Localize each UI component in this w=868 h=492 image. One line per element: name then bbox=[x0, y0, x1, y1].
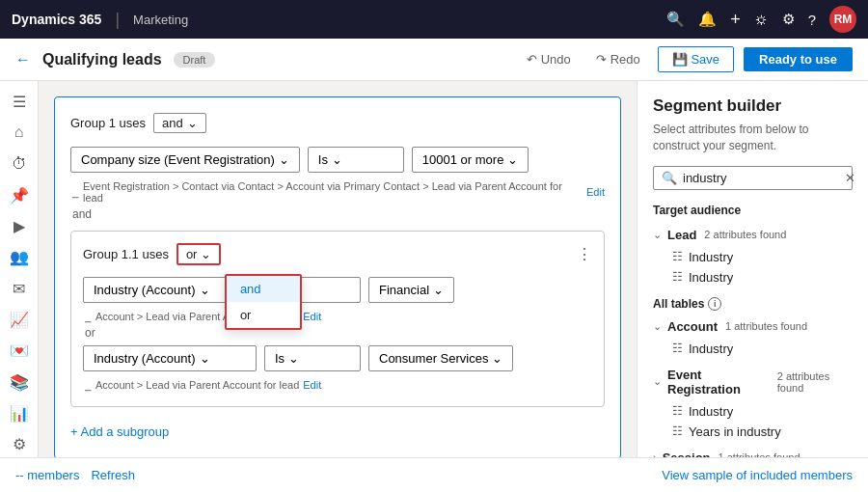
condition1-value[interactable]: 10001 or more ⌄ bbox=[412, 147, 529, 173]
account-found-count: 1 attributes found bbox=[725, 320, 807, 332]
sidebar-mail-icon[interactable]: 💌 bbox=[4, 339, 35, 364]
attribute-icon: ☷ bbox=[672, 342, 683, 355]
bottom-bar: -- members Refresh View sample of includ… bbox=[0, 457, 868, 492]
lead-attr1-label: Industry bbox=[689, 250, 733, 264]
ready-to-use-button[interactable]: Ready to use bbox=[744, 47, 853, 71]
add-subgroup-label: + Add a subgroup bbox=[70, 424, 169, 439]
more-options-button[interactable]: ⋮ bbox=[577, 245, 592, 263]
info-icon: i bbox=[708, 297, 721, 311]
breadcrumb1-text: Event Registration > Contact via Contact… bbox=[83, 180, 583, 204]
nav-actions: ↶ Undo ↷ Redo 💾 Save Ready to use bbox=[519, 46, 853, 72]
target-audience-label: Target audience bbox=[653, 204, 853, 217]
subgroup-breadcrumb2-row: ⎯ Account > Lead via Parent Account for … bbox=[83, 379, 592, 391]
left-sidebar: ☰ ⌂ ⏱ 📌 ▶ 👥 ✉ 📈 💌 📚 📊 ⚙ bbox=[0, 81, 39, 457]
chevron-down-icon: ⌄ bbox=[200, 351, 210, 366]
attribute-icon: ☷ bbox=[672, 250, 683, 263]
event-reg-industry-attr[interactable]: ☷ Industry bbox=[668, 401, 853, 422]
session-section-header[interactable]: › Session 1 attributes found bbox=[653, 448, 853, 457]
subgroup-condition1-row: Industry (Account) ⌄ Is ⌄ Financial ⌄ bbox=[83, 277, 592, 303]
subgroup-breadcrumb2-text: Account > Lead via Parent Account for le… bbox=[95, 379, 299, 391]
lead-section-header[interactable]: ⌄ Lead 2 attributes found bbox=[653, 225, 853, 245]
add-subgroup-button[interactable]: + Add a subgroup bbox=[70, 421, 605, 443]
subgroup-condition2-operator[interactable]: Is ⌄ bbox=[264, 345, 361, 371]
account-section-items: ☷ Industry bbox=[653, 339, 853, 359]
sidebar-menu-icon[interactable]: ☰ bbox=[4, 89, 35, 114]
subgroup-operator-select[interactable]: or ⌄ bbox=[176, 243, 222, 265]
subgroup-condition2-value[interactable]: Consumer Services ⌄ bbox=[368, 345, 513, 371]
search-icon[interactable]: 🔍 bbox=[666, 11, 685, 28]
lead-industry-attr1[interactable]: ☷ Industry bbox=[668, 247, 853, 267]
sidebar-recent-icon[interactable]: ⏱ bbox=[4, 151, 35, 177]
subgroup1-1: Group 1.1 uses or ⌄ and or ⋮ bbox=[70, 231, 605, 407]
event-reg-attr1-label: Industry bbox=[689, 404, 733, 419]
chevron-down-icon: ⌄ bbox=[653, 229, 662, 241]
add-icon[interactable]: + bbox=[730, 10, 741, 30]
search-input[interactable] bbox=[683, 171, 845, 185]
chevron-down-icon: ⌄ bbox=[507, 152, 518, 167]
sidebar-email-icon[interactable]: ✉ bbox=[4, 276, 35, 301]
undo-button[interactable]: ↶ Undo bbox=[519, 48, 579, 70]
attribute-icon: ☷ bbox=[672, 424, 683, 438]
avatar[interactable]: RM bbox=[829, 6, 856, 33]
sidebar-chart-icon[interactable]: 📈 bbox=[4, 307, 35, 332]
breadcrumb-icon: ⎯ bbox=[85, 311, 92, 322]
subgroup-edit1-link[interactable]: Edit bbox=[303, 311, 321, 322]
subgroup-label: Group 1.1 uses bbox=[83, 247, 169, 261]
page-title: Qualifying leads bbox=[42, 51, 162, 68]
attribute-icon: ☷ bbox=[672, 270, 683, 284]
lead-industry-attr2[interactable]: ☷ Industry bbox=[668, 267, 853, 287]
page-header: ← Qualifying leads Draft ↶ Undo ↷ Redo 💾… bbox=[0, 39, 868, 81]
settings-icon[interactable]: ⚙ bbox=[782, 11, 795, 28]
sidebar-settings-icon[interactable]: ⚙ bbox=[4, 432, 35, 457]
account-industry-attr[interactable]: ☷ Industry bbox=[668, 339, 853, 359]
filter-icon[interactable]: ⛭ bbox=[754, 12, 769, 28]
draft-badge: Draft bbox=[174, 52, 216, 68]
group1-operator-value: and bbox=[162, 116, 183, 130]
sidebar-play-icon[interactable]: ▶ bbox=[4, 213, 35, 238]
nav-divider: | bbox=[115, 10, 120, 30]
group1-operator-select[interactable]: and ⌄ bbox=[153, 113, 206, 133]
event-registration-section-header[interactable]: ⌄ Event Registration 2 attributes found bbox=[653, 365, 853, 399]
operator-dropdown[interactable]: and or bbox=[225, 274, 302, 330]
members-count[interactable]: -- members bbox=[15, 468, 79, 482]
sidebar-pin-icon[interactable]: 📌 bbox=[4, 182, 35, 207]
edit1-link[interactable]: Edit bbox=[586, 186, 605, 198]
subgroup-condition2-row: Industry (Account) ⌄ Is ⌄ Consumer Servi… bbox=[83, 345, 592, 371]
sidebar-book-icon[interactable]: 📚 bbox=[4, 369, 35, 395]
account-section-header[interactable]: ⌄ Account 1 attributes found bbox=[653, 316, 853, 337]
main-layout: ☰ ⌂ ⏱ 📌 ▶ 👥 ✉ 📈 💌 📚 📊 ⚙ Group 1 uses and… bbox=[0, 81, 868, 457]
breadcrumb-icon: ⎯ bbox=[85, 379, 92, 391]
clear-icon[interactable]: ✕ bbox=[845, 171, 855, 185]
refresh-link[interactable]: Refresh bbox=[91, 468, 135, 482]
sample-link[interactable]: View sample of included members bbox=[662, 468, 853, 482]
sidebar-analytics-icon[interactable]: 📊 bbox=[4, 400, 35, 425]
breadcrumb1-row: ⎯ Event Registration > Contact via Conta… bbox=[70, 180, 605, 204]
subgroup-condition1-value[interactable]: Financial ⌄ bbox=[368, 277, 454, 303]
subgroup-condition2-field[interactable]: Industry (Account) ⌄ bbox=[83, 345, 257, 371]
event-reg-years-attr[interactable]: ☷ Years in industry bbox=[668, 422, 853, 442]
top-nav-icons: 🔍 🔔 + ⛭ ⚙ ? RM bbox=[666, 6, 856, 33]
help-icon[interactable]: ? bbox=[808, 12, 816, 28]
condition1-operator[interactable]: Is ⌄ bbox=[308, 147, 404, 173]
dropdown-item-or[interactable]: or bbox=[227, 302, 300, 328]
account-attr-label: Industry bbox=[689, 342, 733, 356]
attribute-icon: ☷ bbox=[672, 404, 683, 418]
breadcrumb-icon: ⎯ bbox=[72, 186, 79, 198]
session-section-label: Session bbox=[663, 451, 711, 457]
condition1-field[interactable]: Company size (Event Registration) ⌄ bbox=[70, 147, 300, 173]
subgroup-edit2-link[interactable]: Edit bbox=[303, 379, 321, 391]
chevron-down-icon: ⌄ bbox=[279, 152, 289, 167]
back-button[interactable]: ← bbox=[15, 51, 31, 68]
save-button[interactable]: 💾 Save bbox=[658, 46, 734, 72]
redo-button[interactable]: ↷ Redo bbox=[588, 48, 648, 70]
search-box[interactable]: 🔍 ✕ bbox=[653, 166, 853, 190]
top-navigation: Dynamics 365 | Marketing 🔍 🔔 + ⛭ ⚙ ? RM bbox=[0, 0, 868, 39]
sidebar-home-icon[interactable]: ⌂ bbox=[4, 120, 35, 145]
sidebar-people-icon[interactable]: 👥 bbox=[4, 245, 35, 270]
dropdown-item-and[interactable]: and bbox=[227, 276, 300, 302]
subgroup-operator-value: or bbox=[186, 247, 198, 261]
notifications-icon[interactable]: 🔔 bbox=[698, 11, 717, 28]
chevron-right-icon: › bbox=[653, 451, 657, 457]
lead-section-items: ☷ Industry ☷ Industry bbox=[653, 247, 853, 287]
lead-section-label: Lead bbox=[667, 228, 696, 242]
